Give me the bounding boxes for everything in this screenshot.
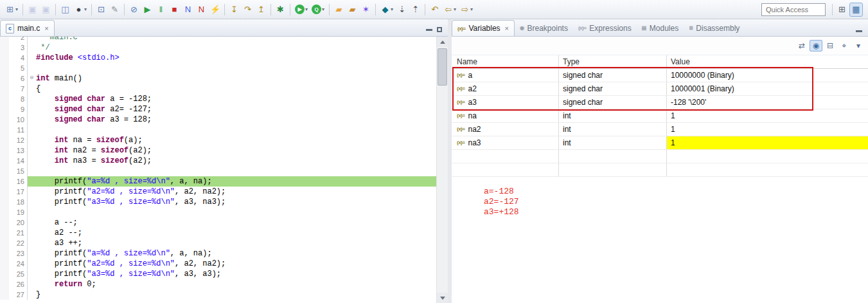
- line-marker-bar[interactable]: [0, 135, 9, 145]
- instruction-stepping-icon[interactable]: ✱: [274, 3, 287, 17]
- line-number[interactable]: 5: [9, 63, 28, 73]
- pin-view-icon[interactable]: ⌖: [838, 40, 851, 51]
- tab-expressions[interactable]: (x)=Expressions: [573, 20, 637, 36]
- code-line[interactable]: 21 a2 --;: [0, 228, 436, 238]
- maximize-icon[interactable]: [437, 27, 442, 32]
- line-marker-bar[interactable]: [0, 125, 9, 135]
- resume-icon[interactable]: ▶: [141, 3, 154, 17]
- terminate-icon[interactable]: ■: [168, 3, 181, 17]
- profile-icon[interactable]: ●▾: [73, 3, 88, 17]
- variable-value-cell[interactable]: 1: [667, 123, 868, 136]
- line-marker-bar[interactable]: [0, 166, 9, 176]
- dropdown-arrow-icon[interactable]: ▾: [84, 6, 87, 12]
- fold-marker-icon[interactable]: ⊖: [28, 73, 36, 84]
- tab-main-c[interactable]: c main.c ×: [0, 20, 55, 36]
- scroll-down-icon[interactable]: [437, 293, 448, 303]
- code-text[interactable]: a2 --;: [36, 228, 436, 238]
- variable-row[interactable]: (x)=na2int1: [452, 123, 868, 136]
- scroll-up-icon[interactable]: [437, 37, 448, 47]
- code-line[interactable]: 20 a --;: [0, 217, 436, 228]
- line-marker-bar[interactable]: [0, 42, 9, 53]
- code-text[interactable]: [36, 207, 436, 217]
- line-marker-bar[interactable]: [0, 84, 9, 94]
- line-number[interactable]: 15: [9, 166, 28, 176]
- debug-perspective-icon[interactable]: ▦: [849, 3, 863, 17]
- code-line[interactable]: 7{: [0, 84, 436, 94]
- variable-type-cell[interactable]: signed char: [559, 82, 667, 95]
- tab-breakpoints[interactable]: ◉Breakpoints: [515, 20, 573, 36]
- code-text[interactable]: printf("a3=%d , size=%d\n", a3, a3);: [36, 269, 436, 279]
- line-marker-bar[interactable]: [0, 228, 9, 238]
- line-marker-bar[interactable]: [0, 217, 9, 228]
- variable-row[interactable]: (x)=na3int1: [452, 136, 868, 150]
- code-text[interactable]: int na3 = sizeof(a2);: [36, 156, 436, 166]
- line-marker-bar[interactable]: [0, 94, 9, 104]
- variable-value-cell[interactable]: 1: [667, 136, 868, 149]
- line-marker-bar[interactable]: [0, 279, 9, 289]
- line-number[interactable]: 25: [9, 269, 28, 279]
- code-text[interactable]: */: [36, 42, 436, 53]
- line-marker-bar[interactable]: [0, 238, 9, 248]
- line-marker-bar[interactable]: [0, 104, 9, 115]
- variable-type-cell[interactable]: int: [559, 136, 667, 149]
- collapse-all-icon[interactable]: ⊟: [824, 40, 837, 51]
- open-element-icon[interactable]: ▰: [346, 3, 359, 17]
- empty-row[interactable]: [452, 163, 868, 177]
- code-line[interactable]: 3 */: [0, 42, 436, 53]
- line-marker-bar[interactable]: [0, 207, 9, 217]
- new-folder-icon[interactable]: ▰: [333, 3, 345, 17]
- variable-value-cell[interactable]: 1: [667, 109, 868, 122]
- line-number[interactable]: 14: [9, 156, 28, 166]
- line-number[interactable]: 2: [9, 37, 28, 42]
- line-marker-bar[interactable]: [0, 37, 9, 42]
- variable-name-cell[interactable]: (x)=a2: [452, 82, 559, 95]
- line-number[interactable]: 16: [9, 176, 28, 187]
- column-header-type[interactable]: Type: [559, 55, 667, 68]
- code-text[interactable]: }: [36, 289, 436, 300]
- line-marker-bar[interactable]: [0, 115, 9, 125]
- line-marker-bar[interactable]: [0, 259, 9, 269]
- line-marker-bar[interactable]: [0, 197, 9, 207]
- code-text[interactable]: {: [36, 84, 436, 94]
- skip-all-breakpoints-icon[interactable]: ⊘: [128, 3, 140, 17]
- code-text[interactable]: return 0;: [36, 279, 436, 289]
- code-text[interactable]: a --;: [36, 217, 436, 228]
- run-icon[interactable]: ▶▾: [294, 3, 309, 17]
- minimize-icon[interactable]: [426, 29, 432, 31]
- line-number[interactable]: 8: [9, 94, 28, 104]
- previous-annotation-icon[interactable]: ⇡: [409, 3, 421, 17]
- next-annotation-icon[interactable]: ⇣: [396, 3, 408, 17]
- line-number[interactable]: 27: [9, 289, 28, 300]
- line-number[interactable]: 21: [9, 228, 28, 238]
- line-number[interactable]: 3: [9, 42, 28, 53]
- variable-name-cell[interactable]: (x)=a3: [452, 96, 559, 109]
- variable-row[interactable]: (x)=a3signed char-128 '\200': [452, 96, 868, 109]
- step-over-icon[interactable]: ↷: [242, 3, 254, 17]
- suspend-icon[interactable]: ‖: [155, 3, 167, 17]
- code-line[interactable]: 25 printf("a3=%d , size=%d\n", a3, a3);: [0, 269, 436, 279]
- variable-type-cell[interactable]: signed char: [559, 69, 667, 82]
- code-line[interactable]: 12 int na = sizeof(a);: [0, 135, 436, 145]
- code-text[interactable]: printf("a=%d , size=%d\n", a, na);: [36, 248, 436, 259]
- empty-row[interactable]: [452, 150, 868, 163]
- code-line[interactable]: 11: [0, 125, 436, 135]
- variable-row[interactable]: (x)=asigned char10000000 (Binary): [452, 69, 868, 82]
- line-number[interactable]: 18: [9, 197, 28, 207]
- line-number[interactable]: 7: [9, 84, 28, 94]
- variable-row[interactable]: (x)=naint1: [452, 109, 868, 123]
- dropdown-arrow-icon[interactable]: ▾: [15, 6, 18, 12]
- line-number[interactable]: 23: [9, 248, 28, 259]
- line-number[interactable]: 24: [9, 259, 28, 269]
- line-marker-bar[interactable]: [0, 53, 9, 63]
- dropdown-arrow-icon[interactable]: ▾: [305, 6, 308, 12]
- code-line[interactable]: 26 return 0;: [0, 279, 436, 289]
- new-wizard-icon[interactable]: ⊞▾: [4, 3, 19, 17]
- scrollbar-thumb[interactable]: [438, 48, 447, 86]
- code-line[interactable]: 16 printf("a=%d , size=%d\n", a, na);: [0, 176, 436, 187]
- code-line[interactable]: 22 a3 ++;: [0, 238, 436, 248]
- line-number[interactable]: 11: [9, 125, 28, 135]
- relaunch-icon[interactable]: N: [182, 3, 194, 17]
- line-number[interactable]: 26: [9, 279, 28, 289]
- code-text[interactable]: a3 ++;: [36, 238, 436, 248]
- show-logical-structures-icon[interactable]: ◉: [810, 40, 822, 51]
